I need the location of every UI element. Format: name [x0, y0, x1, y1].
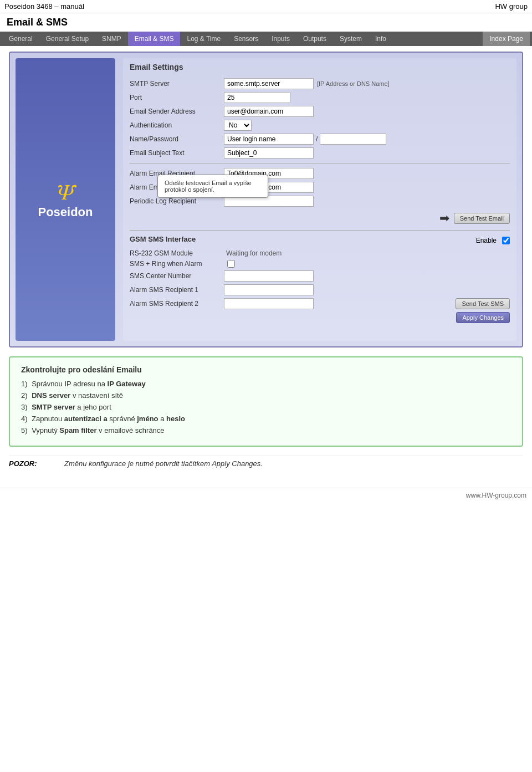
ring-alarm-label: SMS + Ring when Alarm: [130, 260, 224, 268]
apply-changes-button[interactable]: Apply Changes: [456, 312, 510, 323]
logo-panel: 𝛹 Poseidon: [16, 58, 115, 341]
ring-alarm-checkbox[interactable]: [227, 260, 235, 268]
auth-row: Authentication No Yes: [130, 120, 510, 131]
alarm-sms1-label: Alarm SMS Recipient 1: [130, 286, 224, 294]
gsm-header-row: GSM SMS Interface Enable: [130, 235, 510, 246]
sms-center-input[interactable]: [224, 270, 314, 282]
footer-url: www.HW-group.com: [466, 492, 526, 499]
callout-text: Odešle testovací Email a vypíše protokol…: [165, 180, 252, 193]
alarm-sms2-row: Alarm SMS Recipient 2 Send Test SMS: [130, 298, 510, 309]
rs232-label: RS-232 GSM Module: [130, 249, 224, 257]
tab-info[interactable]: Info: [369, 32, 393, 46]
send-test-sms-button[interactable]: Send Test SMS: [456, 298, 510, 309]
gsm-enable-label: Enable: [476, 237, 497, 244]
alarm-sms2-label: Alarm SMS Recipient 2: [130, 300, 224, 308]
tab-email-sms[interactable]: Email & SMS: [128, 32, 181, 46]
sender-row: Email Sender Address: [130, 106, 510, 117]
tab-outputs[interactable]: Outputs: [296, 32, 333, 46]
subject-label: Email Subject Text: [130, 149, 224, 157]
rs232-row: RS-232 GSM Module Waiting for modem: [130, 249, 510, 257]
tab-general-setup[interactable]: General Setup: [39, 32, 95, 46]
nav-tabs: General General Setup SNMP Email & SMS L…: [0, 32, 532, 46]
page-header: Poseidon 3468 – manuál HW group: [0, 0, 532, 13]
list-item: 1) Správnou IP adresu na IP Gateway: [21, 380, 511, 388]
port-input[interactable]: [224, 92, 290, 103]
periodic-label: Periodic Log Recipient: [130, 197, 224, 205]
poseidon-symbol: 𝛹: [38, 180, 93, 205]
index-page-link[interactable]: Index Page: [483, 32, 530, 46]
auth-select[interactable]: No Yes: [224, 120, 252, 131]
panel-screenshot: 𝛹 Poseidon Email Settings SMTP Server [I…: [9, 52, 523, 347]
arrow-icon: ➡: [439, 211, 449, 226]
sender-label: Email Sender Address: [130, 108, 224, 115]
settings-form: Email Settings SMTP Server [IP Address o…: [123, 58, 516, 341]
gsm-title: GSM SMS Interface: [130, 235, 196, 243]
smtp-server-note: [IP Address or DNS Name]: [317, 80, 390, 87]
list-item: 3) SMTP server a jeho port: [21, 403, 511, 411]
apply-btn-row: Apply Changes: [130, 312, 510, 323]
email-settings-title: Email Settings: [130, 63, 510, 74]
ring-alarm-row: SMS + Ring when Alarm: [130, 260, 510, 268]
list-item: 4) Zapnutou autentizaci a správné jméno …: [21, 415, 511, 423]
subject-row: Email Subject Text: [130, 147, 510, 159]
header-left: Poseidon 3468 – manuál: [4, 2, 84, 11]
tab-inputs[interactable]: Inputs: [265, 32, 296, 46]
sms-center-row: SMS Center Number: [130, 270, 510, 282]
logo-text: Poseidon: [38, 205, 93, 219]
smtp-server-row: SMTP Server [IP Address or DNS Name]: [130, 78, 510, 89]
info-section: Zkontrolujte pro odeslání Emailu 1) Sprá…: [9, 356, 523, 447]
main-content: 𝛹 Poseidon Email Settings SMTP Server [I…: [0, 46, 532, 477]
tab-snmp[interactable]: SNMP: [95, 32, 128, 46]
sms-center-label: SMS Center Number: [130, 272, 224, 280]
rs232-status: Waiting for modem: [226, 249, 282, 257]
gsm-enable-checkbox[interactable]: [502, 237, 510, 244]
alarm-sms1-input[interactable]: [224, 284, 314, 295]
tab-sensors[interactable]: Sensors: [227, 32, 265, 46]
username-input[interactable]: [224, 134, 314, 145]
namepass-row: Name/Password /: [130, 134, 510, 145]
port-row: Port: [130, 92, 510, 103]
password-input[interactable]: [320, 134, 386, 145]
subject-input[interactable]: [224, 147, 314, 159]
slash-divider: /: [316, 135, 318, 143]
info-list: 1) Správnou IP adresu na IP Gateway 2) D…: [21, 380, 511, 434]
send-test-email-button[interactable]: Send Test Email: [454, 213, 510, 224]
warning-section: POZOR: Změnu konfigurace je nutné potvrd…: [9, 456, 523, 471]
page-title: Email & SMS: [0, 13, 532, 32]
header-right: HW group: [495, 2, 528, 11]
tab-system[interactable]: System: [333, 32, 369, 46]
smtp-server-label: SMTP Server: [130, 80, 224, 88]
callout-box: Odešle testovací Email a vypíše protokol…: [157, 175, 268, 198]
port-label: Port: [130, 94, 224, 101]
tab-general[interactable]: General: [2, 32, 39, 46]
warning-label: POZOR:: [9, 459, 53, 468]
list-item: 2) DNS server v nastavení sítě: [21, 391, 511, 400]
sender-input[interactable]: [224, 106, 314, 117]
alarm-sms1-row: Alarm SMS Recipient 1: [130, 284, 510, 295]
smtp-server-input[interactable]: [224, 78, 314, 89]
auth-label: Authentication: [130, 121, 224, 129]
info-section-title: Zkontrolujte pro odeslání Emailu: [21, 365, 511, 374]
divider-2: [130, 230, 510, 231]
tab-log-time[interactable]: Log & Time: [180, 32, 227, 46]
divider-1: [130, 163, 510, 163]
warning-text: Změnu konfigurace je nutné potvrdit tlač…: [64, 459, 263, 468]
alarm-sms2-input[interactable]: [224, 298, 314, 309]
list-item: 5) Vypnutý Spam filter v emailové schrán…: [21, 426, 511, 434]
namepass-label: Name/Password: [130, 135, 224, 143]
page-footer: www.HW-group.com: [0, 488, 532, 503]
